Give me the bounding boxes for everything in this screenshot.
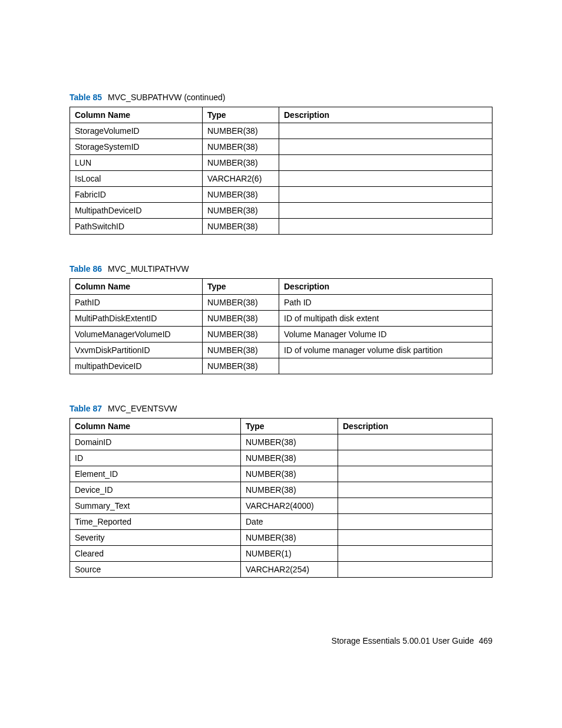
table-cell: NUMBER(38): [203, 295, 279, 311]
table-86: Column Name Type Description PathIDNUMBE…: [70, 278, 492, 374]
table-86-caption: Table 86MVC_MULTIPATHVW: [70, 264, 492, 274]
table-cell: [338, 514, 492, 530]
table-cell: [279, 155, 492, 171]
table-cell: [338, 466, 492, 482]
table-row: FabricIDNUMBER(38): [70, 187, 492, 203]
col-header: Description: [279, 107, 492, 123]
table-row: multipathDeviceIDNUMBER(38): [70, 358, 492, 374]
table-cell: NUMBER(38): [203, 311, 279, 327]
col-header: Column Name: [70, 419, 241, 434]
table-cell: NUMBER(38): [241, 434, 338, 450]
table-cell: [279, 219, 492, 235]
table-cell: NUMBER(38): [203, 342, 279, 358]
table-row: Summary_TextVARCHAR2(4000): [70, 498, 492, 514]
table-cell: NUMBER(38): [203, 358, 279, 374]
table-row: Time_ReportedDate: [70, 514, 492, 530]
table-row: VolumeManagerVolumeIDNUMBER(38)Volume Ma…: [70, 327, 492, 342]
table-cell: Severity: [70, 530, 241, 546]
col-header: Column Name: [70, 279, 203, 295]
table-cell: Time_Reported: [70, 514, 241, 530]
table-cell: NUMBER(38): [203, 123, 279, 139]
table-87-title: MVC_EVENTSVW: [108, 404, 177, 413]
table-cell: [338, 450, 492, 466]
table-cell: [338, 562, 492, 578]
table-cell: VxvmDiskPartitionID: [70, 342, 203, 358]
table-87-label: Table 87: [70, 404, 102, 413]
table-cell: ID: [70, 450, 241, 466]
table-86-body: PathIDNUMBER(38)Path IDMultiPathDiskExte…: [70, 295, 492, 374]
table-row: DomainIDNUMBER(38): [70, 434, 492, 450]
col-header: Type: [203, 279, 279, 295]
table-cell: NUMBER(1): [241, 546, 338, 562]
table-cell: NUMBER(38): [203, 139, 279, 155]
table-cell: PathID: [70, 295, 203, 311]
table-row: Element_IDNUMBER(38): [70, 466, 492, 482]
table-cell: [279, 187, 492, 203]
table-cell: Source: [70, 562, 241, 578]
table-row: VxvmDiskPartitionIDNUMBER(38)ID of volum…: [70, 342, 492, 358]
table-87-caption: Table 87MVC_EVENTSVW: [70, 404, 492, 413]
table-cell: [338, 434, 492, 450]
table-row: StorageVolumeIDNUMBER(38): [70, 123, 492, 139]
table-row: SeverityNUMBER(38): [70, 530, 492, 546]
table-85: Column Name Type Description StorageVolu…: [70, 107, 492, 235]
table-85-label: Table 85: [70, 93, 102, 102]
table-cell: NUMBER(38): [203, 327, 279, 342]
table-cell: IsLocal: [70, 171, 203, 187]
table-header-row: Column Name Type Description: [70, 279, 492, 295]
table-cell: NUMBER(38): [241, 530, 338, 546]
table-cell: StorageVolumeID: [70, 123, 203, 139]
table-85-title: MVC_SUBPATHVW (continued): [108, 93, 225, 102]
table-cell: NUMBER(38): [203, 203, 279, 219]
page-footer: Storage Essentials 5.00.01 User Guide469: [332, 636, 492, 645]
table-row: MultipathDeviceIDNUMBER(38): [70, 203, 492, 219]
table-85-caption: Table 85MVC_SUBPATHVW (continued): [70, 93, 492, 102]
table-row: Device_IDNUMBER(38): [70, 482, 492, 498]
table-86-title: MVC_MULTIPATHVW: [108, 264, 189, 274]
table-cell: [338, 546, 492, 562]
table-header-row: Column Name Type Description: [70, 419, 492, 434]
table-row: LUNNUMBER(38): [70, 155, 492, 171]
footer-text: Storage Essentials 5.00.01 User Guide: [332, 636, 474, 645]
table-row: MultiPathDiskExtentIDNUMBER(38)ID of mul…: [70, 311, 492, 327]
table-cell: NUMBER(38): [241, 466, 338, 482]
table-cell: NUMBER(38): [241, 482, 338, 498]
table-cell: NUMBER(38): [241, 450, 338, 466]
page-number: 469: [479, 636, 492, 645]
col-header: Description: [279, 279, 492, 295]
table-cell: [338, 530, 492, 546]
table-cell: Device_ID: [70, 482, 241, 498]
table-cell: [279, 358, 492, 374]
table-cell: VolumeManagerVolumeID: [70, 327, 203, 342]
table-cell: Path ID: [279, 295, 492, 311]
table-cell: FabricID: [70, 187, 203, 203]
table-cell: MultipathDeviceID: [70, 203, 203, 219]
table-85-body: StorageVolumeIDNUMBER(38)StorageSystemID…: [70, 123, 492, 235]
table-cell: VARCHAR2(254): [241, 562, 338, 578]
page: Table 85MVC_SUBPATHVW (continued) Column…: [0, 0, 562, 728]
table-row: SourceVARCHAR2(254): [70, 562, 492, 578]
table-cell: [338, 498, 492, 514]
table-cell: Summary_Text: [70, 498, 241, 514]
col-header: Type: [241, 419, 338, 434]
table-cell: NUMBER(38): [203, 219, 279, 235]
table-cell: Date: [241, 514, 338, 530]
table-cell: [279, 139, 492, 155]
table-cell: ID of volume manager volume disk partiti…: [279, 342, 492, 358]
table-87-body: DomainIDNUMBER(38)IDNUMBER(38)Element_ID…: [70, 434, 492, 578]
table-row: IDNUMBER(38): [70, 450, 492, 466]
col-header: Column Name: [70, 107, 203, 123]
table-cell: Volume Manager Volume ID: [279, 327, 492, 342]
table-row: PathSwitchIDNUMBER(38): [70, 219, 492, 235]
table-row: StorageSystemIDNUMBER(38): [70, 139, 492, 155]
table-cell: VARCHAR2(4000): [241, 498, 338, 514]
table-cell: MultiPathDiskExtentID: [70, 311, 203, 327]
table-cell: [279, 123, 492, 139]
col-header: Type: [203, 107, 279, 123]
table-cell: Cleared: [70, 546, 241, 562]
table-row: IsLocalVARCHAR2(6): [70, 171, 492, 187]
table-row: ClearedNUMBER(1): [70, 546, 492, 562]
table-cell: multipathDeviceID: [70, 358, 203, 374]
table-row: PathIDNUMBER(38)Path ID: [70, 295, 492, 311]
table-header-row: Column Name Type Description: [70, 107, 492, 123]
